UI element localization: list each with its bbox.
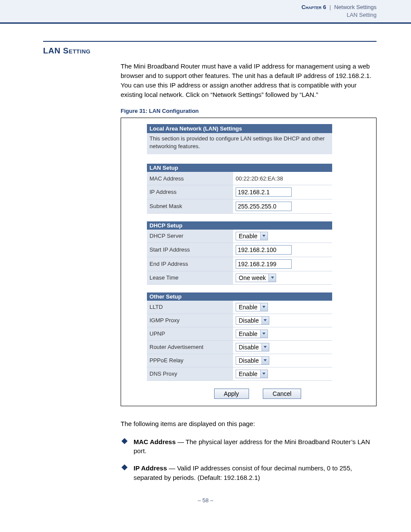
ip-address-input[interactable] — [236, 187, 292, 197]
items-lead: The following items are displayed on thi… — [121, 419, 377, 429]
chevron-down-icon — [262, 357, 269, 364]
svg-marker-2 — [262, 306, 265, 308]
list-item: MAC Address — The physical layer address… — [121, 437, 377, 456]
item-list: MAC Address — The physical layer address… — [121, 437, 377, 482]
dhcp-server-select[interactable]: Enable — [236, 232, 268, 240]
page-number: – 58 – — [0, 497, 411, 504]
igmp-proxy-select[interactable]: Disable — [236, 316, 269, 325]
cancel-button[interactable]: Cancel — [263, 389, 302, 399]
section-intro: The Mini Broadband Router must have a va… — [121, 62, 377, 99]
lan-setup-table: LAN Setup MAC Address 00:22:2D:62:EA:38 … — [147, 164, 332, 214]
end-ip-input[interactable] — [236, 259, 292, 269]
chevron-down-icon — [268, 274, 276, 282]
lltd-select[interactable]: Enable — [236, 303, 268, 311]
svg-marker-3 — [264, 319, 267, 321]
diamond-bullet-icon — [121, 438, 128, 444]
chevron-down-icon — [260, 370, 268, 378]
lltd-value: Enable — [236, 303, 260, 311]
mac-address-label: MAC Address — [147, 172, 233, 185]
igmp-proxy-value: Disable — [236, 317, 262, 324]
pppoe-relay-value: Disable — [236, 357, 262, 364]
lltd-label: LLTD — [147, 301, 233, 314]
upnp-label: UPNP — [147, 327, 233, 340]
upnp-select[interactable]: Enable — [236, 330, 268, 338]
mac-address-value: 00:22:2D:62:EA:38 — [233, 172, 332, 185]
figure-caption: Figure 31: LAN Configuration — [121, 108, 377, 114]
lease-time-value: One week — [236, 274, 268, 282]
dhcp-setup-table: DHCP Setup DHCP Server Enable Start IP A… — [147, 221, 332, 285]
svg-marker-4 — [262, 333, 265, 335]
other-setup-heading: Other Setup — [147, 292, 332, 301]
chevron-down-icon — [262, 317, 269, 324]
svg-marker-1 — [271, 277, 274, 279]
router-advertisement-label: Router Advertisement — [147, 340, 233, 354]
chevron-down-icon — [262, 343, 269, 351]
other-setup-table: Other Setup LLTD Enable IGMP Proxy Disab… — [147, 292, 332, 381]
separator: | — [330, 4, 331, 10]
sub-breadcrumb: LAN Setting — [0, 11, 377, 19]
svg-marker-5 — [264, 346, 267, 348]
panel-title: Local Area Network (LAN) Settings — [147, 124, 332, 133]
router-advertisement-value: Disable — [236, 343, 262, 351]
dns-proxy-label: DNS Proxy — [147, 367, 233, 380]
ip-address-label: IP Address — [147, 185, 233, 199]
lease-time-label: Lease Time — [147, 271, 233, 284]
subnet-mask-label: Subnet Mask — [147, 199, 233, 213]
item-term: MAC Address — [134, 438, 176, 445]
chevron-down-icon — [260, 330, 268, 338]
upnp-value: Enable — [236, 330, 260, 338]
diamond-bullet-icon — [121, 464, 128, 470]
start-ip-input[interactable] — [236, 245, 292, 255]
dhcp-server-value: Enable — [236, 232, 260, 240]
chevron-down-icon — [260, 303, 268, 311]
pppoe-relay-label: PPPoE Relay — [147, 354, 233, 367]
figure-box: Local Area Network (LAN) Settings This s… — [121, 118, 377, 406]
start-ip-label: Start IP Address — [147, 243, 233, 257]
dns-proxy-value: Enable — [236, 370, 260, 378]
end-ip-label: End IP Address — [147, 257, 233, 271]
svg-marker-7 — [262, 373, 265, 375]
item-term: IP Address — [134, 464, 167, 472]
section-title: LAN Setting — [43, 46, 377, 56]
chapter-label: Chapter 6 — [302, 4, 326, 10]
subnet-mask-input[interactable] — [236, 202, 292, 211]
list-item: IP Address — Valid IP addresses consist … — [121, 464, 377, 482]
apply-button[interactable]: Apply — [214, 389, 249, 399]
dns-proxy-select[interactable]: Enable — [236, 370, 268, 378]
lease-time-select[interactable]: One week — [236, 274, 276, 282]
svg-marker-6 — [264, 359, 267, 361]
igmp-proxy-label: IGMP Proxy — [147, 314, 233, 327]
panel-description: This section is provided to configure LA… — [147, 133, 332, 154]
router-advertisement-select[interactable]: Disable — [236, 343, 269, 352]
lan-setup-heading: LAN Setup — [147, 164, 332, 172]
dhcp-setup-heading: DHCP Setup — [147, 221, 332, 230]
section-rule — [43, 41, 377, 42]
pppoe-relay-select[interactable]: Disable — [236, 356, 269, 365]
breadcrumb: Network Settings — [334, 4, 377, 10]
page-header: Chapter 6 | Network Settings LAN Setting — [0, 0, 411, 24]
dhcp-server-label: DHCP Server — [147, 230, 233, 243]
chevron-down-icon — [260, 232, 268, 240]
svg-marker-0 — [262, 235, 265, 237]
